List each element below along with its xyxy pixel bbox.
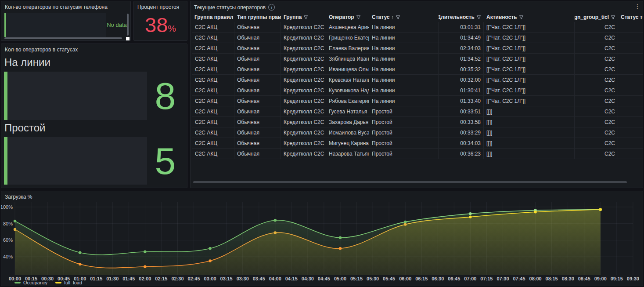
chart-legend: Occupancyfull_load — [14, 280, 82, 285]
table-cell: [[]] — [484, 117, 575, 127]
column-label: Группа — [284, 13, 302, 22]
table-cell: 00:34:03 — [439, 138, 484, 149]
table-cell: Кредитколл C2C — [281, 127, 326, 138]
column-header-3[interactable]: Группа — [281, 13, 326, 22]
table-cell: Иванищева Ольга — [326, 64, 369, 75]
occupancy-point[interactable] — [274, 219, 277, 222]
x-axis-label: 02:00 — [139, 276, 151, 281]
filter-icon[interactable] — [519, 15, 524, 20]
legend-label: full_load — [64, 280, 82, 285]
filter-icon[interactable] — [356, 15, 361, 20]
filter-icon[interactable] — [476, 15, 481, 20]
table-cell: C2C — [575, 75, 618, 85]
table-cell: Простой — [369, 149, 439, 159]
horizontal-scrollbar[interactable] — [4, 37, 122, 39]
full-load-point[interactable] — [274, 231, 277, 234]
table-cell: [["Чат. C2C 1Л"]] — [484, 33, 575, 43]
legend-item-occupancy[interactable]: Occupancy — [14, 280, 47, 285]
column-header-7[interactable]: Активность — [484, 13, 575, 22]
column-header-5[interactable]: Статус↑ — [369, 13, 439, 22]
column-label: Активность — [486, 13, 517, 22]
full-load-point[interactable] — [14, 228, 16, 231]
table-cell: Обычная — [234, 117, 281, 127]
x-axis-label: 08:00 — [529, 276, 542, 281]
occupancy-point[interactable] — [339, 236, 342, 239]
occupancy-point[interactable] — [469, 212, 471, 215]
full-load-point[interactable] — [469, 215, 471, 218]
column-header-9[interactable]: Статус телефона — [618, 13, 643, 22]
table-cell: 01:30:41 — [439, 85, 484, 96]
occupancy-point[interactable] — [14, 220, 16, 222]
table-cell — [618, 85, 643, 96]
no-data-label: No data — [106, 13, 128, 37]
occupancy-point[interactable] — [404, 221, 407, 223]
panel-status-counts: Кол-во операторов в статусах На линии8Пр… — [1, 44, 187, 188]
x-axis-label: 02:45 — [187, 276, 200, 281]
full-load-point[interactable] — [404, 223, 407, 225]
vertical-scrollbar[interactable] — [127, 14, 129, 36]
table-cell: C2C АКЦ — [192, 64, 234, 75]
table-cell: [["Чат. C2C 1Л"]] — [484, 22, 575, 33]
legend-label: Occupancy — [23, 280, 47, 285]
occupancy-point[interactable] — [79, 251, 81, 254]
column-label: Длительность — [439, 13, 475, 22]
full-load-point[interactable] — [339, 247, 342, 250]
table-cell: C2C АКЦ — [192, 117, 234, 127]
column-label: Оператор — [329, 13, 354, 22]
x-axis-label: 05:15 — [350, 276, 363, 281]
column-header-1[interactable]: Группа правил — [192, 13, 234, 22]
occupancy-point[interactable] — [209, 247, 211, 250]
table-cell: C2C — [575, 54, 618, 64]
filter-icon[interactable] — [611, 15, 615, 20]
sort-ascending-icon: ↑ — [391, 13, 394, 22]
full-load-point[interactable] — [79, 263, 81, 265]
full-load-point[interactable] — [144, 265, 146, 268]
bar-gauge-item: Простой5 — [4, 122, 183, 185]
table-cell — [618, 22, 643, 33]
table-cell: 01:34:49 — [439, 33, 484, 43]
x-axis-label: 09:15 — [611, 276, 623, 281]
column-header-6[interactable]: Длительность — [439, 13, 484, 22]
filter-icon[interactable] — [396, 15, 400, 20]
bar-gauge-fill — [4, 137, 7, 185]
table-body: C2C АКЦОбычнаяКредитколл C2CАкшенцева Ар… — [192, 22, 643, 159]
grafana-dashboard: Кол-во операторов по статусам телефона N… — [0, 0, 644, 287]
x-axis-label: 07:00 — [464, 276, 476, 281]
bar-gauge-value: 5 — [147, 142, 183, 180]
column-header-2[interactable]: Тип группы прав — [234, 13, 281, 22]
filter-icon[interactable] — [303, 15, 308, 20]
table-cell: [[]] — [484, 106, 575, 117]
column-label: Статус телефона — [621, 13, 643, 22]
x-axis-label: 01:15 — [90, 276, 102, 281]
table-cell: Обычная — [234, 64, 281, 75]
table-cell — [618, 54, 643, 64]
x-axis-label: 06:30 — [432, 276, 444, 281]
info-icon[interactable]: i — [268, 4, 275, 11]
panel-title: Кол-во операторов по статусам телефона — [1, 1, 130, 12]
table-cell: C2C АКЦ — [192, 75, 234, 85]
table-cell: Захарова Дарья — [326, 117, 369, 127]
operators-table: Группа правилТип группы правГруппаОперат… — [192, 13, 643, 179]
column-header-8[interactable]: assign_group_ticl — [575, 13, 618, 22]
full-load-point[interactable] — [209, 259, 211, 262]
table-cell: 00:36:23 — [439, 149, 484, 159]
table-row: C2C АКЦОбычнаяКредитколл C2CАкшенцева Ар… — [192, 22, 643, 33]
table-cell: Кредитколл C2C — [281, 85, 326, 96]
full-load-point[interactable] — [599, 208, 602, 211]
table-cell: C2C АКЦ — [192, 33, 234, 43]
table-cell: Обычная — [234, 106, 281, 117]
bar-gauge-empty — [4, 13, 106, 37]
legend-item-full_load[interactable]: full_load — [55, 280, 82, 285]
table-horizontal-scrollbar[interactable] — [193, 181, 627, 183]
table-cell: 00:33:29 — [439, 127, 484, 138]
y-axis-label: 60% — [3, 237, 13, 243]
panel-menu-kebab-icon[interactable]: ⋮ — [634, 2, 641, 10]
column-header-4[interactable]: Оператор — [326, 13, 369, 22]
table-cell: 01:33:40 — [439, 96, 484, 106]
panel-title: Загрузка % — [1, 191, 36, 202]
x-axis-label: 07:45 — [513, 276, 525, 281]
occupancy-point[interactable] — [144, 251, 146, 253]
table-cell: Обычная — [234, 33, 281, 43]
table-cell: [[]] — [484, 149, 575, 159]
full-load-point[interactable] — [534, 211, 536, 213]
